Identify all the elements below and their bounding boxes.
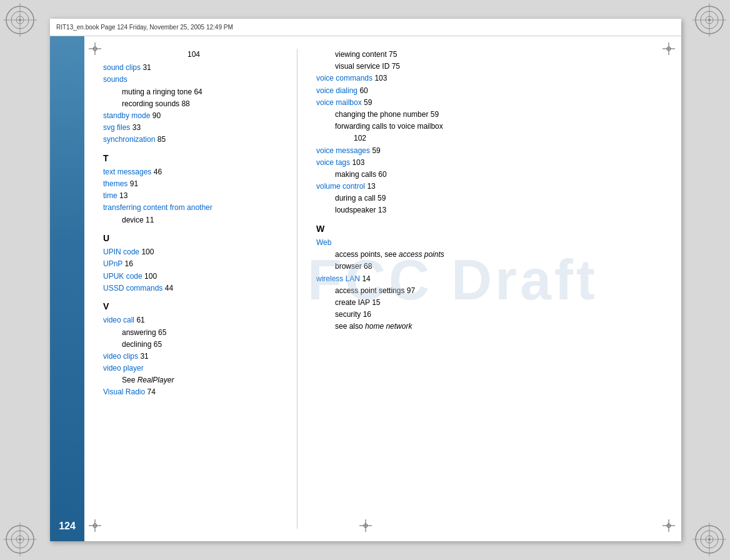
list-item: Web (316, 237, 491, 249)
video-clips-link[interactable]: video clips (103, 352, 138, 361)
right-column: viewing content 75 visual service ID 75 … (297, 49, 491, 529)
text-messages-link[interactable]: text messages (103, 168, 151, 176)
list-item: volume control 13 (316, 181, 491, 192)
list-item: device 11 (103, 214, 284, 226)
target-bottom-right (692, 522, 727, 557)
svg-files-link[interactable]: svg files (103, 123, 130, 132)
list-item: see also home network (316, 321, 491, 332)
list-item: voice mailbox 59 (316, 97, 491, 109)
page-header: RIT13_en.book Page 124 Friday, November … (50, 19, 681, 36)
list-item: forwarding calls to voice mailbox (316, 121, 491, 132)
crosshair-bottom-center (359, 519, 372, 532)
themes-link[interactable]: themes (103, 179, 128, 188)
list-item: access points, see access points (316, 249, 491, 261)
volume-control-link[interactable]: volume control (316, 182, 365, 191)
wireless-lan-link[interactable]: wireless LAN (316, 274, 360, 283)
header-text: RIT13_en.book Page 124 Friday, November … (56, 24, 233, 31)
synchronization-link[interactable]: synchronization (103, 135, 155, 144)
ussd-commands-link[interactable]: USSD commands (103, 284, 162, 292)
list-item: Visual Radio 74 (103, 386, 284, 398)
list-item: voice commands 103 (316, 72, 491, 84)
left-column: 104 sound clips 31 sounds muting a ringi… (103, 49, 297, 529)
standby-mode-link[interactable]: standby mode (103, 111, 150, 120)
target-bottom-left (3, 522, 38, 557)
upnp-link[interactable]: UPnP (103, 259, 122, 268)
list-item: security 16 (316, 309, 491, 321)
web-link[interactable]: Web (316, 238, 331, 247)
list-item: 102 (316, 132, 491, 144)
list-item: video call 61 (103, 314, 284, 326)
list-item: changing the phone number 59 (316, 109, 491, 121)
list-item: loudspeaker 13 (316, 204, 491, 216)
upuk-code-link[interactable]: UPUK code (103, 272, 142, 281)
list-item: text messages 46 (103, 166, 284, 178)
list-item: video clips 31 (103, 351, 284, 362)
target-top-right (692, 3, 727, 38)
list-item: browser 68 (316, 261, 491, 272)
list-item: create IAP 15 (316, 297, 491, 309)
crosshair-bottom-right (662, 519, 675, 532)
time-link[interactable]: time (103, 191, 118, 200)
list-item: UPUK code 100 (103, 271, 284, 282)
voice-tags-link[interactable]: voice tags (316, 158, 350, 167)
crosshair-bottom-left (89, 519, 101, 532)
list-item: recording sounds 88 (103, 98, 284, 110)
voice-commands-link[interactable]: voice commands (316, 74, 372, 82)
page-number: 124 (50, 521, 84, 532)
target-top-left (3, 3, 38, 38)
upin-code-link[interactable]: UPIN code (103, 248, 139, 256)
voice-messages-link[interactable]: voice messages (316, 146, 370, 155)
list-item: wireless LAN 14 (316, 273, 491, 285)
voice-dialing-link[interactable]: voice dialing (316, 86, 358, 95)
index-letter-u: U (103, 231, 284, 245)
transferring-link[interactable]: transferring content from another (103, 203, 212, 212)
list-item: standby mode 90 (103, 110, 284, 122)
list-item: See RealPlayer (103, 374, 284, 386)
index-letter-t: T (103, 151, 284, 165)
list-item: svg files 33 (103, 122, 284, 134)
index-letter-v: V (103, 299, 284, 313)
list-item: access point settings 97 (316, 285, 491, 297)
sound-clips-link[interactable]: sound clips (103, 63, 141, 72)
visual-radio-link[interactable]: Visual Radio (103, 388, 145, 396)
list-item: voice tags 103 (316, 157, 491, 169)
sounds-link[interactable]: sounds (103, 75, 128, 84)
list-item: themes 91 (103, 178, 284, 190)
video-player-link[interactable]: video player (103, 364, 144, 372)
list-item: synchronization 85 (103, 134, 284, 146)
list-item: answering 65 (103, 327, 284, 339)
list-item: muting a ringing tone 64 (103, 86, 284, 98)
index-letter-w: W (316, 222, 491, 236)
list-item: transferring content from another (103, 202, 284, 214)
book-page: RIT13_en.book Page 124 Friday, November … (50, 19, 681, 541)
list-item: USSD commands 44 (103, 282, 284, 294)
crosshair-top-right (662, 42, 675, 55)
content-area: 104 sound clips 31 sounds muting a ringi… (84, 36, 681, 541)
list-item: voice messages 59 (316, 145, 491, 157)
list-item: making calls 60 (316, 169, 491, 181)
list-item: time 13 (103, 190, 284, 202)
continued-number: 104 (103, 49, 284, 61)
list-item: UPnP 16 (103, 258, 284, 270)
list-item: during a call 59 (316, 192, 491, 204)
crosshair-top-left (89, 42, 101, 55)
list-item: visual service ID 75 (316, 61, 491, 72)
list-item: video player (103, 362, 284, 374)
list-item: sounds (103, 74, 284, 86)
video-call-link[interactable]: video call (103, 316, 134, 324)
list-item: UPIN code 100 (103, 246, 284, 258)
list-item: sound clips 31 (103, 62, 284, 74)
voice-mailbox-link[interactable]: voice mailbox (316, 98, 362, 107)
left-sidebar: 124 (50, 36, 84, 541)
list-item: viewing content 75 (316, 49, 491, 61)
list-item: voice dialing 60 (316, 85, 491, 97)
list-item: declining 65 (103, 339, 284, 351)
